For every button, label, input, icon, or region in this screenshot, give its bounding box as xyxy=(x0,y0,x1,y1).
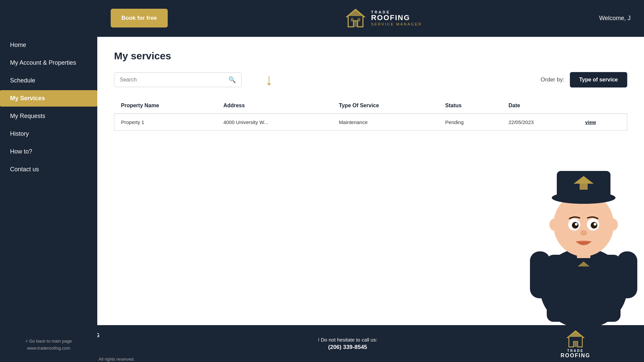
sidebar-back-link[interactable]: < Go back to main page xyxy=(10,338,87,345)
svg-point-17 xyxy=(575,223,578,226)
svg-marker-11 xyxy=(574,176,594,184)
svg-point-15 xyxy=(572,222,579,229)
footer-right-trade: TRADE xyxy=(567,349,584,353)
cell-property-name: Property 1 xyxy=(114,114,217,131)
svg-rect-6 xyxy=(547,255,621,322)
cell-address: 4000 University W... xyxy=(217,114,332,131)
table-header-row: Property Name Address Type Of Service St… xyxy=(114,98,627,114)
footer-right: TRADE ROOFING xyxy=(560,329,590,359)
search-icon: 🔍 xyxy=(228,76,236,83)
svg-point-21 xyxy=(608,219,618,231)
svg-point-19 xyxy=(580,230,587,236)
col-date: Date xyxy=(502,98,578,114)
mascot-character xyxy=(523,144,644,325)
logo-icon xyxy=(345,7,366,29)
sidebar-item-how-to[interactable]: How to? xyxy=(0,143,97,160)
col-action xyxy=(578,98,627,114)
sort-arrow-icon: ↓ xyxy=(265,72,273,88)
cell-action[interactable]: view xyxy=(578,114,627,131)
svg-rect-10 xyxy=(557,171,610,199)
svg-point-13 xyxy=(568,219,580,231)
page-title: My services xyxy=(114,50,627,62)
sidebar-item-my-requests[interactable]: My Requests xyxy=(0,108,97,124)
svg-point-14 xyxy=(587,219,599,231)
svg-rect-7 xyxy=(577,241,590,258)
sidebar-item-my-account[interactable]: My Account & Properties xyxy=(0,55,97,71)
svg-rect-24 xyxy=(617,251,637,298)
toolbar: 🔍 ↓ Order by: Type of service xyxy=(114,72,627,88)
sidebar-footer: < Go back to main page www.traderoofing.… xyxy=(0,331,97,362)
footer-center: ! Do not hesitate to call us: (206) 339-… xyxy=(318,337,377,351)
sidebar: Home My Account & Properties Schedule My… xyxy=(0,0,97,362)
svg-point-18 xyxy=(594,223,596,226)
cell-type-of-service: Maintenance xyxy=(332,114,438,131)
svg-marker-22 xyxy=(578,261,590,266)
svg-rect-23 xyxy=(530,251,550,298)
cell-date: 22/05/2023 xyxy=(502,114,578,131)
svg-marker-1 xyxy=(348,9,363,16)
svg-rect-12 xyxy=(580,184,588,190)
svg-rect-29 xyxy=(574,342,577,347)
col-property-name: Property Name xyxy=(114,98,217,114)
sidebar-item-schedule[interactable]: Schedule xyxy=(0,72,97,89)
view-link[interactable]: view xyxy=(585,119,596,125)
sidebar-item-my-services[interactable]: My Services xyxy=(0,90,97,107)
svg-rect-3 xyxy=(358,18,360,21)
sidebar-item-contact-us[interactable]: Contact us xyxy=(0,161,97,178)
topbar: Book for free TRADE ROOFING SERVICE MANA… xyxy=(97,0,644,37)
col-type-of-service: Type Of Service xyxy=(332,98,438,114)
cell-status: Pending xyxy=(438,114,502,131)
col-status: Status xyxy=(438,98,502,114)
book-for-free-button[interactable]: Book for free xyxy=(111,9,168,27)
footer-right-logo-icon xyxy=(566,329,586,349)
logo-area: TRADE ROOFING SERVICE MANAGER xyxy=(345,7,422,29)
svg-rect-2 xyxy=(354,21,357,27)
svg-point-9 xyxy=(552,192,615,204)
order-label: Order by: xyxy=(541,76,565,83)
sidebar-nav: Home My Account & Properties Schedule My… xyxy=(0,37,97,331)
sidebar-item-history[interactable]: History xyxy=(0,126,97,142)
svg-point-5 xyxy=(540,248,627,325)
svg-point-16 xyxy=(591,222,597,229)
svg-marker-28 xyxy=(568,331,583,337)
order-by-button[interactable]: Type of service xyxy=(570,72,627,87)
search-box: 🔍 xyxy=(114,72,241,87)
sidebar-item-home[interactable]: Home xyxy=(0,37,97,53)
svg-point-20 xyxy=(549,219,559,231)
search-input[interactable] xyxy=(120,77,226,83)
footer-phone: (206) 339-8545 xyxy=(328,344,367,351)
order-area: Order by: Type of service xyxy=(541,72,627,87)
main-content: My services 🔍 ↓ Order by: Type of servic… xyxy=(97,37,644,325)
footer-call-label: ! Do not hesitate to call us: xyxy=(318,337,377,343)
svg-rect-4 xyxy=(351,18,354,21)
footer-right-roofing: ROOFING xyxy=(560,353,590,359)
services-table: Property Name Address Type Of Service St… xyxy=(114,98,627,131)
sidebar-url: www.traderoofing.com xyxy=(10,345,87,352)
logo-roofing-text: ROOFING xyxy=(371,14,422,21)
welcome-text: Welcome, J xyxy=(599,15,631,22)
table-row: Property 1 4000 University W... Maintena… xyxy=(114,114,627,131)
svg-point-8 xyxy=(553,193,614,256)
logo-service-text: SERVICE MANAGER xyxy=(371,22,422,26)
col-address: Address xyxy=(217,98,332,114)
